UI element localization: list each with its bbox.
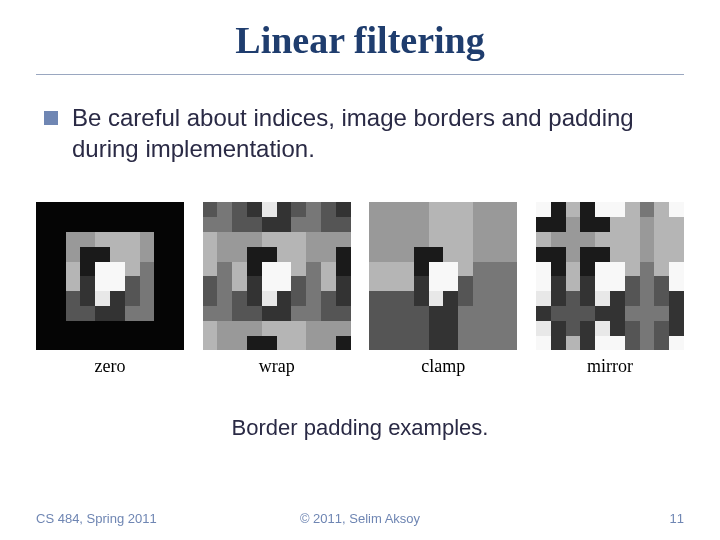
- footer-center: © 2011, Selim Aksoy: [300, 511, 420, 526]
- figure-wrap: wrap: [203, 202, 351, 377]
- bullet-text: Be careful about indices, image borders …: [72, 103, 684, 164]
- footer-left: CS 484, Spring 2011: [36, 511, 157, 526]
- figure-label: clamp: [421, 356, 465, 377]
- thumb-zero: [36, 202, 184, 350]
- footer-page-number: 11: [670, 511, 684, 526]
- figure-label: wrap: [259, 356, 295, 377]
- slide-title: Linear filtering: [36, 18, 684, 75]
- thumb-clamp: [369, 202, 517, 350]
- bullet-row: Be careful about indices, image borders …: [36, 103, 684, 164]
- slide: Linear filtering Be careful about indice…: [0, 0, 720, 540]
- thumb-mirror: [536, 202, 684, 350]
- figure-mirror: mirror: [536, 202, 684, 377]
- figure-label: mirror: [587, 356, 633, 377]
- figure-label: zero: [95, 356, 126, 377]
- figure-row: zero wrap clamp mirror: [36, 202, 684, 377]
- square-bullet-icon: [44, 111, 58, 125]
- figure-clamp: clamp: [369, 202, 517, 377]
- figure-zero: zero: [36, 202, 184, 377]
- footer: CS 484, Spring 2011 © 2011, Selim Aksoy …: [0, 511, 720, 526]
- figure-caption: Border padding examples.: [36, 415, 684, 441]
- thumb-wrap: [203, 202, 351, 350]
